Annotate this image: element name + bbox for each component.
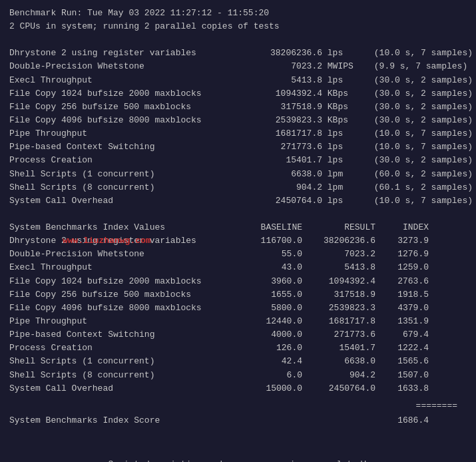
index-row: File Copy 256 bufsize 500 maxblocks1655.… <box>9 288 467 302</box>
benchmark-row: File Copy 1024 bufsize 2000 maxblocks109… <box>9 87 467 101</box>
bench-name: Execl Throughput <box>9 74 236 87</box>
header-section: Benchmark Run: Tue May 03 2022 11:27:12 … <box>9 7 467 33</box>
index-row-index: 1633.8 <box>375 382 429 395</box>
index-row-baseline: 4000.0 <box>236 328 302 342</box>
benchmark-row: Process Creation15401.7 lps (30.0 s, 2 s… <box>9 154 467 167</box>
bench-unit: KBps <box>322 114 369 127</box>
index-row-result: 2450764.0 <box>302 382 375 395</box>
index-row-result: 7023.2 <box>302 248 375 261</box>
bench-unit: lps <box>322 154 369 167</box>
score-value: 1686.4 <box>236 414 429 427</box>
benchmark-row: Execl Throughput5413.8 lps (30.0 s, 2 sa… <box>9 74 467 87</box>
benchmark-row: Pipe-based Context Switching271773.6 lps… <box>9 140 467 154</box>
benchmark-row: File Copy 256 bufsize 500 maxblocks31751… <box>9 101 467 114</box>
bench-info: (30.0 s, 2 samples) <box>369 154 473 167</box>
bench-info: (30.0 s, 2 samples) <box>369 87 473 101</box>
index-row-name: Shell Scripts (8 concurrent) <box>9 369 236 382</box>
index-row: System Call Overhead15000.02450764.01633… <box>9 382 467 395</box>
score-section: System Benchmarks Index Score1686.4 <box>9 414 467 427</box>
bench-unit: KBps <box>322 87 369 101</box>
bench-value: 2450764.0 <box>236 194 322 208</box>
index-row-baseline: 42.4 <box>236 355 302 368</box>
bench-info: (10.0 s, 7 samples) <box>369 140 473 154</box>
bench-unit: lps <box>322 127 369 140</box>
index-row: Process Creation126.015401.71222.4 <box>9 342 467 355</box>
bench-info: (30.0 s, 2 samples) <box>369 101 473 114</box>
index-row-result: 271773.6 <box>302 328 375 342</box>
index-row: Shell Scripts (1 concurrent)42.46638.015… <box>9 355 467 368</box>
benchmark-row: System Call Overhead2450764.0 lps (10.0 … <box>9 194 467 208</box>
index-row-name: Pipe-based Context Switching <box>9 328 236 342</box>
bench-info: (10.0 s, 7 samples) <box>369 194 473 208</box>
index-row-result: 5413.8 <box>302 261 375 274</box>
bench-value: 317518.9 <box>236 101 322 114</box>
index-row-index: 1351.9 <box>375 315 429 328</box>
bench-info: (30.0 s, 2 samples) <box>369 114 473 127</box>
bench-unit: lpm <box>322 181 369 194</box>
index-row-result: 15401.7 <box>302 342 375 355</box>
index-row-index: 1259.0 <box>375 261 429 274</box>
index-row-index: 1918.5 <box>375 288 429 302</box>
benchmark-row: Shell Scripts (1 concurrent)6638.0 lpm (… <box>9 168 467 181</box>
index-row-result: 317518.9 <box>302 288 375 302</box>
bench-unit: KBps <box>322 101 369 114</box>
bench-info: (60.1 s, 2 samples) <box>369 181 473 194</box>
benchmark-row: Double-Precision Whetstone7023.2 MWIPS (… <box>9 60 467 73</box>
bench-value: 5413.8 <box>236 74 322 87</box>
bench-value: 1094392.4 <box>236 87 322 101</box>
index-row-index: 1507.0 <box>375 369 429 382</box>
index-row-index: 1222.4 <box>375 342 429 355</box>
bench-info: (10.0 s, 7 samples) <box>369 47 473 60</box>
index-row-name: Shell Scripts (1 concurrent) <box>9 355 236 368</box>
index-row-name: Process Creation <box>9 342 236 355</box>
header-line2: 2 CPUs in system; running 2 parallel cop… <box>9 20 467 33</box>
bench-name: Dhrystone 2 using register variables <box>9 47 236 60</box>
bench-value: 1681717.8 <box>236 127 322 140</box>
index-row-index: 679.4 <box>375 328 429 342</box>
index-row-baseline: 126.0 <box>236 342 302 355</box>
index-row-baseline: 15000.0 <box>236 382 302 395</box>
bench-name: File Copy 1024 bufsize 2000 maxblocks <box>9 87 236 101</box>
index-row-index: 1565.6 <box>375 355 429 368</box>
index-header-row: System Benchmarks Index ValuesBASELINERE… <box>9 221 467 234</box>
bench-value: 7023.2 <box>236 60 322 73</box>
index-row-baseline: 55.0 <box>236 248 302 261</box>
bench-name: Pipe Throughput <box>9 127 236 140</box>
index-row: Pipe-based Context Switching4000.0271773… <box>9 328 467 342</box>
bench-info: (9.9 s, 7 samples) <box>369 60 467 73</box>
index-row-baseline: 43.0 <box>236 261 302 274</box>
bench-name: Pipe-based Context Switching <box>9 140 236 154</box>
bench-value: 271773.6 <box>236 140 322 154</box>
index-row-result: 1681717.8 <box>302 315 375 328</box>
bench-value: 15401.7 <box>236 154 322 167</box>
bench-unit: lps <box>322 47 369 60</box>
benchmark-row: Dhrystone 2 using register variables3820… <box>9 47 467 60</box>
index-row-index: 3273.9 <box>375 234 429 248</box>
benchmark-results: Dhrystone 2 using register variables3820… <box>9 47 467 208</box>
index-row-name: Execl Throughput <box>9 261 236 274</box>
index-row-index: 1276.9 <box>375 248 429 261</box>
bench-name: Double-Precision Whetstone <box>9 60 236 73</box>
index-row-result: 2539823.3 <box>302 302 375 315</box>
separator-line: ======== <box>9 399 467 413</box>
benchmark-row: File Copy 4096 bufsize 8000 maxblocks253… <box>9 114 467 127</box>
bench-unit: lpm <box>322 168 369 181</box>
index-row: File Copy 1024 bufsize 2000 maxblocks396… <box>9 275 467 288</box>
index-row-index: 2763.6 <box>375 275 429 288</box>
bench-name: System Call Overhead <box>9 194 236 208</box>
index-row-baseline: 5800.0 <box>236 302 302 315</box>
benchmark-row: Pipe Throughput1681717.8 lps (10.0 s, 7 … <box>9 127 467 140</box>
index-row: Dhrystone 2 using regiwww.liuzhanwg.coms… <box>9 234 467 248</box>
score-label: System Benchmarks Index Score <box>9 414 236 427</box>
index-row-name: Double-Precision Whetstone <box>9 248 236 261</box>
index-row-name: Pipe Throughput <box>9 315 236 328</box>
index-row-index: 4379.0 <box>375 302 429 315</box>
index-header-label: System Benchmarks Index Values <box>9 221 236 234</box>
bench-value: 6638.0 <box>236 168 322 181</box>
bench-unit: lps <box>322 194 369 208</box>
benchmark-row: Shell Scripts (8 concurrent)904.2 lpm (6… <box>9 181 467 194</box>
index-row-name: File Copy 256 bufsize 500 maxblocks <box>9 288 236 302</box>
index-header-baseline: BASELINE <box>236 221 302 234</box>
index-row-result: 1094392.4 <box>302 275 375 288</box>
index-row-baseline: 116700.0 <box>236 234 302 248</box>
